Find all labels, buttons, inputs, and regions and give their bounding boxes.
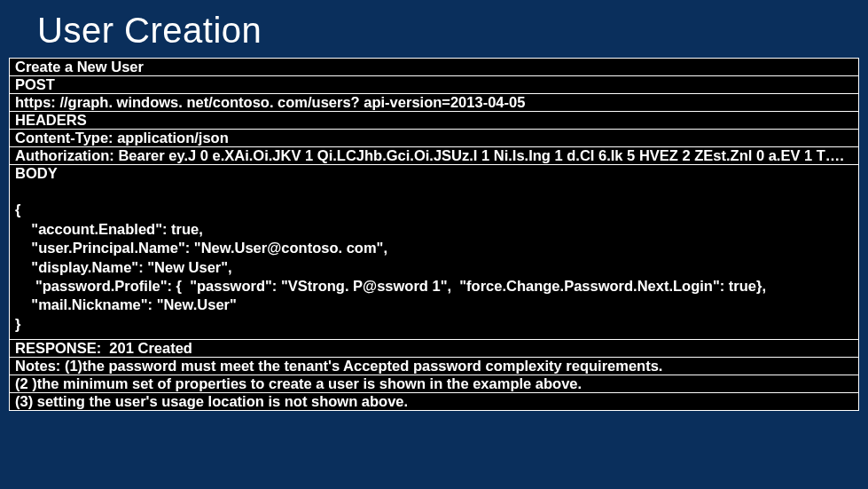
http-method: POST [10,76,858,94]
request-heading: Create a New User [10,59,858,76]
response-status: RESPONSE: 201 Created [10,340,858,358]
request-url: https: //graph. windows. net/contoso. co… [10,94,858,112]
notes-line-1: Notes: (1)the password must meet the ten… [10,358,858,375]
header-authorization: Authorization: Bearer ey.J 0 e.XAi.Oi.JK… [10,147,858,165]
headers-label: HEADERS [10,112,858,130]
notes-line-3: (3) setting the user's usage location is… [10,393,858,410]
page-title: User Creation [0,0,868,58]
body-label: BODY [10,165,858,182]
header-content-type: Content-Type: application/json [10,130,858,147]
notes-line-2: (2 )the minimum set of properties to cre… [10,375,858,393]
request-panel: Create a New User POST https: //graph. w… [9,58,859,411]
request-body: { "account.Enabled": true, "user.Princip… [10,182,858,341]
